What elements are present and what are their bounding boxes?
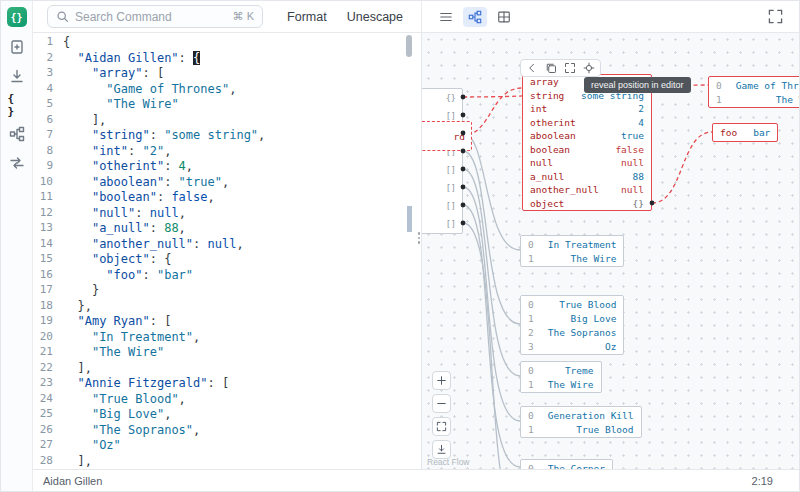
graph-canvas[interactable]: {}[][][][][][][] rd reveal position in e… (422, 33, 799, 469)
node-row[interactable]: object{} (523, 197, 651, 211)
editor-line[interactable]: 5 "The Wire" (33, 97, 421, 113)
node-row[interactable]: nullnull (523, 156, 651, 170)
editor-line[interactable]: 21 "The Wire" (33, 345, 421, 361)
node-row[interactable]: 1True Blood (521, 422, 641, 436)
array-node[interactable]: 0In Treatment1The Wire (520, 235, 624, 267)
node-row[interactable]: otherint4 (523, 116, 651, 130)
node-index: 1 (528, 253, 534, 264)
zoom-in-icon[interactable] (432, 371, 451, 390)
copy-icon[interactable] (545, 62, 557, 74)
expand-icon[interactable] (564, 62, 576, 74)
node-row[interactable]: int2 (523, 102, 651, 116)
array-node[interactable]: 0Treme1The Wire (520, 361, 602, 393)
node-index: 1 (528, 424, 534, 435)
node-row[interactable]: a_null88 (523, 170, 651, 184)
export-icon[interactable] (8, 38, 26, 56)
editor-line[interactable]: 18 }, (33, 299, 421, 315)
line-number: 13 (33, 221, 63, 237)
root-node[interactable]: {}[][][][][][][] (422, 88, 463, 234)
node-index: 1 (528, 379, 534, 390)
editor-line[interactable]: 26 "The Sopranos", (33, 423, 421, 439)
braces-icon[interactable]: { } (8, 96, 26, 114)
node-row[interactable]: 0In Treatment (521, 237, 623, 251)
node-row[interactable]: another_nullnull (523, 183, 651, 197)
node-row[interactable]: 0Generation Kill (521, 408, 641, 422)
search-input[interactable]: Search Command ⌘ K (47, 5, 263, 28)
back-icon[interactable] (526, 62, 538, 74)
line-number: 1 (33, 35, 63, 51)
format-button[interactable]: Format (287, 10, 327, 24)
editor-line[interactable]: 23 "Annie Fitzgerald": [ (33, 376, 421, 392)
node-row[interactable]: 0True Blood (521, 297, 623, 311)
compare-icon[interactable] (8, 154, 26, 172)
editor-line[interactable]: 9 "otherint": 4, (33, 159, 421, 175)
node-value: false (615, 144, 644, 155)
editor-line[interactable]: 27 "Oz" (33, 438, 421, 454)
editor-line[interactable]: 2 "Aidan Gillen": { (33, 51, 421, 67)
node-row[interactable]: 2The Sopranos (521, 325, 623, 339)
editor-line[interactable]: 14 "another_null": null, (33, 237, 421, 253)
editor-line[interactable]: 19 "Amy Ryan": [ (33, 314, 421, 330)
editor-line[interactable]: 17 } (33, 283, 421, 299)
line-number: 25 (33, 407, 63, 423)
unescape-button[interactable]: Unescape (347, 10, 403, 24)
node-value: The Wire (571, 253, 617, 264)
node-key: foo (720, 127, 737, 138)
node-row[interactable]: 1The Wire (521, 251, 623, 265)
editor-line[interactable]: 3 "array": [ (33, 66, 421, 82)
editor-line[interactable]: 1{ (33, 35, 421, 51)
fit-view-icon[interactable] (432, 417, 451, 436)
editor-line[interactable]: 6 ], (33, 113, 421, 129)
node-row[interactable]: 0Game of Thrones (709, 78, 799, 92)
app-logo-icon[interactable]: {} (7, 7, 27, 27)
array-node[interactable]: 0True Blood1Big Love2The Sopranos3Oz (520, 295, 624, 355)
array-node[interactable]: 0Generation Kill1True Blood (520, 406, 642, 438)
editor-line[interactable]: 22 ], (33, 361, 421, 377)
list-view-icon[interactable] (434, 7, 458, 27)
node-row[interactable]: 3Oz (521, 339, 623, 353)
array-node[interactable]: 0The Corner (520, 459, 613, 469)
grid-view-icon[interactable] (492, 7, 516, 27)
editor-line[interactable]: 11 "boolean": false, (33, 190, 421, 206)
editor-line[interactable]: 16 "foo": "bar" (33, 268, 421, 284)
editor-line[interactable]: 24 "True Blood", (33, 392, 421, 408)
node-value: The Wire (548, 379, 594, 390)
editor-line[interactable]: 12 "null": null, (33, 206, 421, 222)
node-key: otherint (530, 117, 576, 128)
node-row[interactable]: 0The Corner (521, 461, 612, 469)
clipped-node-fragment[interactable]: rd (422, 121, 472, 151)
focus-icon[interactable] (583, 62, 595, 74)
editor-line[interactable]: 7 "string": "some string", (33, 128, 421, 144)
node-key: null (530, 157, 553, 168)
line-number: 16 (33, 268, 63, 284)
node-row[interactable]: abooleantrue (523, 129, 651, 143)
flow-icon[interactable] (8, 125, 26, 143)
editor-line[interactable]: 15 "object": { (33, 252, 421, 268)
node-key: string (530, 90, 564, 101)
download-icon[interactable] (8, 67, 26, 85)
zoom-out-icon[interactable] (432, 394, 451, 413)
editor-line[interactable]: 28 ], (33, 454, 421, 470)
editor-line[interactable]: 4 "Game of Thrones", (33, 82, 421, 98)
fullscreen-icon[interactable] (765, 7, 785, 27)
node-row[interactable]: 1Big Love (521, 311, 623, 325)
node-row[interactable]: booleanfalse (523, 143, 651, 157)
json-editor[interactable]: 1{2 "Aidan Gillen": {3 "array": [4 "Game… (33, 33, 421, 469)
node-value: The Corner (548, 463, 605, 470)
editor-line[interactable]: 20 "In Treatment", (33, 330, 421, 346)
line-number: 6 (33, 113, 63, 129)
foo-node[interactable]: foo bar (712, 123, 778, 142)
editor-line[interactable]: 25 "Big Love", (33, 407, 421, 423)
node-row[interactable]: 0Treme (521, 363, 601, 377)
editor-line[interactable]: 8 "int": "2", (33, 144, 421, 160)
node-toolbar (520, 59, 601, 77)
editor-line[interactable]: 10 "aboolean": "true", (33, 175, 421, 191)
editor-scrollbar[interactable] (406, 35, 412, 57)
graph-view-icon[interactable] (463, 7, 487, 27)
node-row[interactable]: 1The Wire (709, 92, 799, 106)
sidebar-rail: {} { } (1, 1, 33, 491)
selected-object-node[interactable]: arraystringsome stringint2otherint4abool… (522, 74, 652, 211)
editor-line[interactable]: 13 "a_null": 88, (33, 221, 421, 237)
node-row[interactable]: 1The Wire (521, 377, 601, 391)
array-node[interactable]: 0Game of Thrones1The Wire (708, 76, 799, 108)
